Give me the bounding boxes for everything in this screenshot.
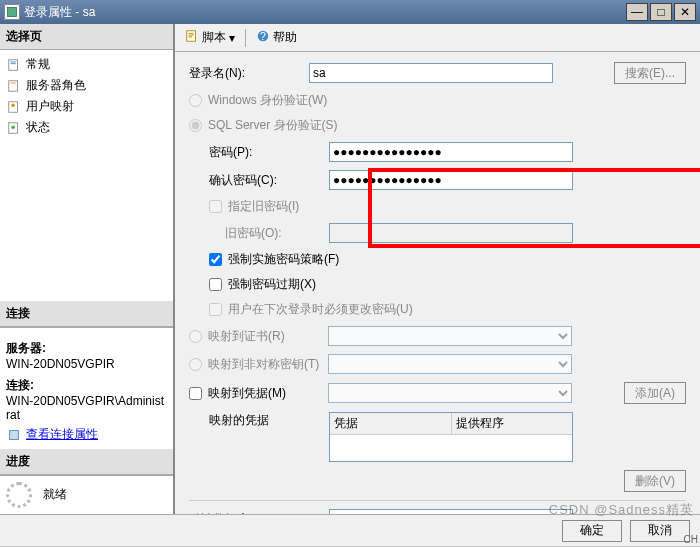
specify-old-label: 指定旧密码(I) bbox=[228, 198, 299, 215]
svg-rect-0 bbox=[8, 8, 17, 17]
corner-text: CH bbox=[684, 534, 698, 545]
enforce-policy-label: 强制实施密码策略(F) bbox=[228, 251, 339, 268]
windows-auth-label: Windows 身份验证(W) bbox=[208, 92, 327, 109]
connection-header: 连接 bbox=[0, 301, 173, 327]
progress-section: 就绪 bbox=[0, 475, 173, 514]
progress-status: 就绪 bbox=[43, 487, 67, 501]
old-password-input bbox=[329, 223, 573, 243]
svg-rect-4 bbox=[9, 80, 18, 91]
page-icon bbox=[6, 99, 22, 115]
mapped-creds-label: 映射的凭据 bbox=[209, 412, 313, 429]
svg-rect-10 bbox=[10, 430, 19, 439]
help-icon: ? bbox=[256, 29, 270, 46]
page-icon bbox=[6, 57, 22, 73]
page-label: 状态 bbox=[26, 119, 50, 136]
page-general[interactable]: 常规 bbox=[0, 54, 173, 75]
enforce-expire-checkbox[interactable] bbox=[209, 278, 222, 291]
close-button[interactable]: ✕ bbox=[674, 3, 696, 21]
must-change-checkbox bbox=[209, 303, 222, 316]
svg-rect-3 bbox=[11, 63, 16, 64]
add-button[interactable]: 添加(A) bbox=[624, 382, 686, 404]
script-icon bbox=[185, 29, 199, 46]
cred-select bbox=[328, 383, 572, 403]
dialog-footer: 确定 取消 bbox=[0, 514, 700, 546]
enforce-policy-checkbox[interactable] bbox=[209, 253, 222, 266]
page-icon bbox=[6, 78, 22, 94]
script-button[interactable]: 脚本 ▾ bbox=[181, 27, 239, 48]
svg-rect-2 bbox=[11, 61, 16, 62]
map-cert-label: 映射到证书(R) bbox=[208, 328, 328, 345]
default-db-select[interactable]: master bbox=[329, 509, 573, 514]
minimize-button[interactable]: — bbox=[626, 3, 648, 21]
window-icon bbox=[4, 4, 20, 20]
page-label: 常规 bbox=[26, 56, 50, 73]
right-panel: 脚本 ▾ ? 帮助 登录名(N): 搜索(E)... Windows 身份验证(… bbox=[175, 24, 700, 514]
page-server-roles[interactable]: 服务器角色 bbox=[0, 75, 173, 96]
server-label: 服务器: bbox=[6, 340, 167, 357]
page-list: 常规 服务器角色 用户映射 状态 bbox=[0, 50, 173, 142]
login-name-input[interactable] bbox=[309, 63, 553, 83]
delete-button[interactable]: 删除(V) bbox=[624, 470, 686, 492]
search-button[interactable]: 搜索(E)... bbox=[614, 62, 686, 84]
page-user-mapping[interactable]: 用户映射 bbox=[0, 96, 173, 117]
chevron-down-icon: ▾ bbox=[229, 31, 235, 45]
col-provider: 提供程序 bbox=[452, 413, 573, 434]
page-label: 用户映射 bbox=[26, 98, 74, 115]
select-page-header: 选择页 bbox=[0, 24, 173, 50]
default-db-label: 默认数据库(D): bbox=[189, 511, 309, 515]
progress-spinner-icon bbox=[6, 482, 32, 508]
help-button[interactable]: ? 帮助 bbox=[252, 27, 301, 48]
page-icon bbox=[6, 120, 22, 136]
cancel-button[interactable]: 取消 bbox=[630, 520, 690, 542]
login-name-label: 登录名(N): bbox=[189, 65, 309, 82]
left-panel: 选择页 常规 服务器角色 用户映射 状态 连接 服务器: WIN-20DN05V bbox=[0, 24, 175, 514]
svg-point-7 bbox=[11, 103, 15, 107]
svg-rect-5 bbox=[11, 82, 16, 83]
sql-auth-radio bbox=[189, 119, 202, 132]
page-status[interactable]: 状态 bbox=[0, 117, 173, 138]
conn-label: 连接: bbox=[6, 377, 167, 394]
sql-auth-label: SQL Server 身份验证(S) bbox=[208, 117, 338, 134]
map-cred-label: 映射到凭据(M) bbox=[208, 385, 312, 402]
ok-button[interactable]: 确定 bbox=[562, 520, 622, 542]
toolbar: 脚本 ▾ ? 帮助 bbox=[175, 24, 700, 52]
svg-point-9 bbox=[11, 125, 15, 129]
map-cert-radio bbox=[189, 330, 202, 343]
confirm-password-label: 确认密码(C): bbox=[209, 172, 309, 189]
progress-header: 进度 bbox=[0, 449, 173, 475]
specify-old-checkbox bbox=[209, 200, 222, 213]
map-asym-label: 映射到非对称密钥(T) bbox=[208, 356, 328, 373]
old-password-label: 旧密码(O): bbox=[225, 225, 329, 242]
enforce-expire-label: 强制密码过期(X) bbox=[228, 276, 316, 293]
properties-icon bbox=[6, 427, 22, 443]
asym-select bbox=[328, 354, 572, 374]
form-content: 登录名(N): 搜索(E)... Windows 身份验证(W) SQL Ser… bbox=[175, 52, 700, 514]
must-change-label: 用户在下次登录时必须更改密码(U) bbox=[228, 301, 413, 318]
view-connection-properties[interactable]: 查看连接属性 bbox=[6, 426, 167, 443]
cert-select bbox=[328, 326, 572, 346]
map-asym-radio bbox=[189, 358, 202, 371]
mapped-creds-grid[interactable]: 凭据 提供程序 bbox=[329, 412, 573, 462]
page-label: 服务器角色 bbox=[26, 77, 86, 94]
maximize-button[interactable]: □ bbox=[650, 3, 672, 21]
connection-info: 服务器: WIN-20DN05VGPIR 连接: WIN-20DN05VGPIR… bbox=[0, 327, 173, 449]
titlebar: 登录属性 - sa — □ ✕ bbox=[0, 0, 700, 24]
server-value: WIN-20DN05VGPIR bbox=[6, 357, 167, 371]
col-cred: 凭据 bbox=[330, 413, 452, 434]
confirm-password-input[interactable] bbox=[329, 170, 573, 190]
windows-auth-radio bbox=[189, 94, 202, 107]
svg-rect-1 bbox=[9, 59, 18, 70]
svg-text:?: ? bbox=[260, 30, 266, 42]
svg-rect-11 bbox=[187, 31, 196, 42]
window-title: 登录属性 - sa bbox=[24, 4, 624, 21]
map-cred-checkbox[interactable] bbox=[189, 387, 202, 400]
conn-value: WIN-20DN05VGPIR\Administrat bbox=[6, 394, 167, 422]
password-input[interactable] bbox=[329, 142, 573, 162]
password-label: 密码(P): bbox=[209, 144, 309, 161]
